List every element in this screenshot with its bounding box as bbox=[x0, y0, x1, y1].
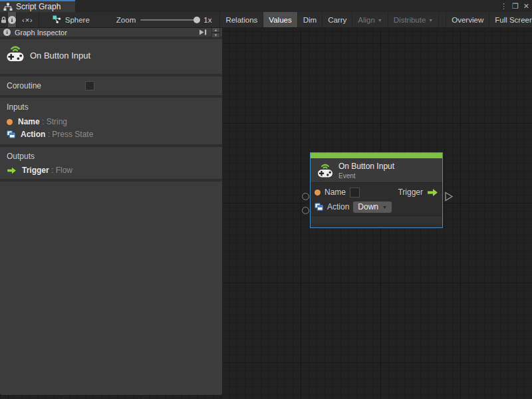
fullscreen-button[interactable]: Full Screen bbox=[489, 12, 532, 27]
action-dropdown-value: Down bbox=[358, 202, 378, 211]
output-port-row-trigger: Trigger : Flow bbox=[7, 166, 72, 175]
tab-script-graph[interactable]: Script Graph bbox=[0, 0, 75, 12]
action-row: Action Down ▼ bbox=[315, 200, 438, 214]
graph-inspector-panel: i Graph Inspector ▲ ▼ On Button Input bbox=[0, 28, 223, 396]
flow-arrow-icon bbox=[7, 167, 17, 174]
node-subtitle: Event bbox=[338, 172, 356, 180]
flow-arrow-icon[interactable] bbox=[427, 188, 438, 197]
window-menu-icon[interactable]: ⋮ bbox=[500, 0, 507, 12]
inspector-title-section: On Button Input bbox=[0, 39, 222, 74]
info-icon: i bbox=[8, 16, 16, 24]
coroutine-label: Coroutine bbox=[7, 81, 41, 90]
zoom-value: 1x bbox=[203, 16, 211, 24]
close-icon[interactable]: ✕ bbox=[523, 0, 529, 12]
input-port-row-name: Name : String bbox=[7, 117, 67, 126]
enum-port-icon bbox=[7, 130, 15, 138]
coroutine-checkbox[interactable] bbox=[85, 81, 94, 90]
code-icon: ‹×› bbox=[22, 16, 33, 24]
enum-port-icon[interactable] bbox=[315, 203, 323, 211]
node-title: On Button Input bbox=[338, 162, 394, 171]
inspector-empty-area bbox=[0, 182, 222, 395]
outputs-section: Outputs Trigger : Flow bbox=[0, 147, 222, 179]
inspector-header-label: Graph Inspector bbox=[15, 29, 194, 37]
zoom-slider[interactable] bbox=[140, 19, 199, 21]
relations-button[interactable]: Relations bbox=[220, 12, 263, 27]
action-port-label: Action bbox=[327, 202, 349, 211]
carry-button[interactable]: Carry bbox=[323, 12, 352, 27]
titlebar: Script Graph ⋮ ❐ ✕ bbox=[0, 0, 532, 12]
inputs-section-label: Inputs bbox=[7, 102, 29, 112]
node-body: Name Trigger Action Down ▼ bbox=[311, 183, 442, 215]
window-controls: ⋮ ❐ ✕ bbox=[500, 0, 529, 12]
align-button[interactable]: Align ▼ bbox=[352, 12, 388, 27]
coroutine-section: Coroutine bbox=[0, 76, 222, 95]
outputs-section-label: Outputs bbox=[7, 152, 35, 161]
action-input-port[interactable] bbox=[302, 207, 309, 214]
graph-toolbar: i ‹×› Sphere Zoom 1x Relations Values Di bbox=[0, 12, 532, 28]
dock-panel-icon[interactable] bbox=[198, 29, 207, 36]
lock-button[interactable] bbox=[0, 12, 8, 27]
inspector-unit-title: On Button Input bbox=[30, 51, 90, 61]
script-graph-icon bbox=[53, 15, 61, 24]
scroll-down-icon[interactable]: ▼ bbox=[211, 33, 220, 38]
maximize-icon[interactable]: ❐ bbox=[512, 0, 519, 12]
graph-hierarchy-icon bbox=[3, 3, 13, 11]
action-dropdown[interactable]: Down ▼ bbox=[353, 201, 392, 213]
chevron-down-icon: ▼ bbox=[378, 18, 382, 23]
inputs-section: Inputs Name : String Action : Press Stat… bbox=[0, 98, 222, 144]
string-port-icon bbox=[7, 119, 13, 125]
name-input-port[interactable] bbox=[302, 193, 309, 200]
edit-script-button[interactable]: ‹×› bbox=[17, 12, 39, 27]
zoom-control: Zoom 1x bbox=[96, 12, 221, 27]
overview-button[interactable]: Overview bbox=[446, 12, 489, 27]
info-icon: i bbox=[3, 29, 11, 36]
trigger-port-label: Trigger bbox=[398, 188, 423, 197]
name-row: Name Trigger bbox=[315, 185, 438, 200]
inspector-scrollbar: ▲ ▼ bbox=[211, 28, 220, 38]
zoom-slider-knob[interactable] bbox=[194, 17, 200, 23]
inspector-header: i Graph Inspector ▲ ▼ bbox=[0, 28, 222, 37]
tab-label: Script Graph bbox=[16, 2, 61, 11]
graph-name-label: Sphere bbox=[65, 16, 90, 24]
event-color-bar bbox=[311, 153, 442, 158]
input-port-row-action: Action : Press State bbox=[7, 130, 93, 139]
inspector-toggle-button[interactable]: i bbox=[8, 12, 17, 27]
string-port-icon[interactable] bbox=[315, 190, 321, 196]
node-footer bbox=[311, 215, 442, 223]
name-port-label: Name bbox=[325, 188, 346, 197]
unity-script-graph-window: Script Graph ⋮ ❐ ✕ i ‹×› bbox=[0, 0, 532, 399]
values-button[interactable]: Values bbox=[263, 12, 297, 27]
node-header[interactable]: On Button Input Event bbox=[311, 158, 442, 183]
zoom-label: Zoom bbox=[116, 16, 136, 24]
gamepad-icon bbox=[5, 43, 26, 63]
chevron-down-icon: ▼ bbox=[428, 18, 433, 23]
dim-button[interactable]: Dim bbox=[298, 12, 323, 27]
trigger-output-port[interactable] bbox=[444, 192, 454, 201]
toolbar-right-group: Relations Values Dim Carry Align ▼ Distr… bbox=[220, 12, 532, 27]
graph-breadcrumb[interactable]: Sphere bbox=[39, 12, 96, 27]
chevron-down-icon: ▼ bbox=[382, 205, 387, 209]
gamepad-icon bbox=[316, 162, 334, 178]
on-button-input-node[interactable]: On Button Input Event Name Trigger bbox=[310, 152, 443, 228]
name-value-field[interactable] bbox=[350, 188, 360, 198]
distribute-button[interactable]: Distribute ▼ bbox=[388, 12, 440, 27]
lock-icon bbox=[0, 16, 7, 24]
